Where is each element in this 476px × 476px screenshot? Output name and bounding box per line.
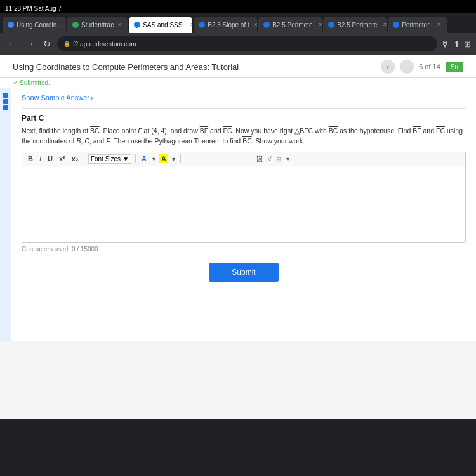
submit-section: Submit — [22, 254, 466, 288]
page-navigation: ‹ 6 of 14 Su — [381, 60, 463, 74]
browser-toolbar: ← → ↻ 🔒 f2.app.edmentum.com 🎙 ⬆ ⊞ — [0, 33, 476, 55]
checkmark-icon: ✓ — [13, 79, 18, 86]
dropdown-arrow-4[interactable]: ▾ — [285, 155, 291, 163]
tab-favicon-3 — [134, 22, 140, 28]
font-color-button[interactable]: A — [140, 154, 149, 163]
tab-close-5[interactable]: ✕ — [318, 22, 322, 28]
list-icon-6[interactable]: ☰ — [239, 155, 247, 163]
toolbar-separator-1 — [84, 154, 84, 163]
sqrt-icon[interactable]: √ — [267, 155, 273, 163]
toolbar-separator-3 — [180, 154, 181, 163]
main-content: Show Sample Answer › Part C Next, find t… — [11, 88, 476, 341]
tab-b25a[interactable]: B2.5 Perimete· ✕ — [258, 17, 322, 33]
bc-term-3: BC — [242, 137, 252, 145]
tab-close-4[interactable]: ✕ — [253, 22, 257, 28]
toolbar-right: 🎙 ⬆ ⊞ — [441, 39, 471, 49]
chevron-right-icon: › — [91, 94, 93, 102]
font-size-label: Font Sizes — [91, 155, 121, 162]
bc-term-2: BC — [329, 127, 338, 135]
submitted-badge: ✓ Submitted. — [13, 79, 50, 86]
superscript-button[interactable]: x² — [57, 154, 67, 163]
back-button[interactable]: ← — [5, 37, 19, 50]
fc-term: FC — [223, 127, 232, 135]
tab-b25b[interactable]: B2.5 Perimete· ✕ — [323, 17, 387, 33]
tab-b23[interactable]: B2.3 Slope of t ✕ — [194, 17, 257, 33]
font-size-dropdown[interactable]: Font Sizes ▼ — [88, 154, 131, 164]
tab-label-5: B2.5 Perimete· — [272, 22, 314, 29]
page-header: Using Coordinates to Compute Perimeters … — [0, 55, 476, 78]
show-sample-text: Show Sample Answer — [22, 94, 89, 102]
tab-label-6: B2.5 Perimete· — [337, 22, 379, 29]
list-icon-4[interactable]: ☰ — [217, 155, 225, 163]
tab-favicon-5 — [263, 22, 270, 28]
accent-dot-3 — [3, 105, 8, 110]
submitted-text: Submitted. — [20, 79, 50, 86]
prev-page-button[interactable]: ‹ — [381, 60, 395, 74]
tab-favicon-6 — [328, 22, 334, 28]
table-icon[interactable]: ⊞ — [275, 155, 282, 163]
forward-button[interactable]: → — [23, 37, 37, 50]
tab-favicon-4 — [199, 22, 205, 28]
accent-dots — [0, 88, 11, 116]
tab-favicon-2 — [72, 22, 79, 28]
list-icon-1[interactable]: ☰ — [185, 155, 193, 163]
tab-label-3: SAS and SSS · — [143, 22, 186, 29]
divider — [22, 108, 466, 109]
tab-perimeter[interactable]: Perimeter · ✕ — [388, 17, 447, 33]
list-icon-3[interactable]: ☰ — [206, 155, 215, 163]
share-icon[interactable]: ⬆ — [453, 39, 460, 49]
image-icon[interactable]: 🖼 — [255, 155, 264, 163]
tab-studenttrac[interactable]: Studenttrac ✕ — [67, 17, 128, 33]
list-icon-5[interactable]: ☰ — [228, 155, 236, 163]
fc-term-2: FC — [436, 127, 445, 135]
url-display: f2.app.edmentum.com — [73, 41, 136, 48]
dropdown-arrow-3[interactable]: ▾ — [171, 155, 176, 163]
bf-term: BF — [200, 127, 208, 135]
left-accent — [0, 88, 11, 341]
dropdown-arrow-icon: ▼ — [122, 155, 129, 162]
lock-icon: 🔒 — [63, 41, 70, 47]
next-page-button[interactable] — [400, 60, 414, 74]
address-bar[interactable]: 🔒 f2.app.edmentum.com — [57, 36, 437, 51]
show-sample-answer-link[interactable]: Show Sample Answer › — [22, 94, 466, 102]
tab-close-7[interactable]: ✕ — [437, 22, 442, 28]
extensions-icon[interactable]: ⊞ — [464, 39, 471, 49]
mic-icon[interactable]: 🎙 — [441, 39, 449, 49]
italic-button[interactable]: I — [37, 154, 43, 163]
tab-using-coordin[interactable]: Using Coordin... ✕ — [3, 17, 66, 33]
dropdown-arrow-2[interactable]: ▾ — [151, 155, 157, 163]
question-text: Next, find the length of BC. Place point… — [22, 126, 466, 147]
tab-close-3[interactable]: ✕ — [190, 22, 192, 28]
rich-text-editor: B I U x² x₂ Font Sizes ▼ A ▾ A — [22, 152, 466, 243]
page-body: Show Sample Answer › Part C Next, find t… — [0, 88, 476, 341]
tab-close-2[interactable]: ✕ — [117, 22, 122, 28]
submitted-area: ✓ Submitted. — [0, 78, 476, 88]
page-title: Using Coordinates to Compute Perimeters … — [13, 62, 239, 72]
tab-label-7: Perimeter · — [402, 22, 433, 29]
time-display: 11:28 PM — [5, 5, 32, 12]
page-count: 6 of 14 — [419, 63, 440, 70]
editor-body[interactable] — [22, 166, 465, 242]
subscript-button[interactable]: x₂ — [70, 154, 80, 164]
list-icon-2[interactable]: ☰ — [195, 155, 204, 163]
accent-dot-2 — [3, 99, 8, 104]
bc-term-1: BC — [90, 127, 100, 135]
content-area: Using Coordinates to Compute Perimeters … — [0, 55, 476, 419]
tab-label-2: Studenttrac — [81, 22, 114, 29]
refresh-button[interactable]: ↻ — [41, 37, 53, 50]
editor-toolbar: B I U x² x₂ Font Sizes ▼ A ▾ A — [22, 152, 465, 166]
tab-sas-sss[interactable]: SAS and SSS · ✕ — [129, 17, 192, 33]
underline-button[interactable]: U — [46, 154, 55, 163]
tab-label-4: B2.3 Slope of t — [208, 22, 249, 29]
tab-close-6[interactable]: ✕ — [383, 22, 387, 28]
char-count: Characters used: 0 / 15000 — [22, 243, 466, 254]
accent-dot-1 — [3, 93, 8, 98]
part-c-label: Part C — [22, 114, 466, 122]
toolbar-separator-2 — [135, 154, 136, 163]
bold-button[interactable]: B — [26, 154, 35, 163]
submit-button[interactable]: Submit — [209, 263, 278, 282]
tab-favicon-7 — [393, 22, 399, 28]
tab-bar: Using Coordin... ✕ Studenttrac ✕ SAS and… — [0, 13, 476, 33]
bg-color-button[interactable]: A — [159, 154, 168, 163]
submit-nav-button[interactable]: Su — [446, 62, 463, 72]
